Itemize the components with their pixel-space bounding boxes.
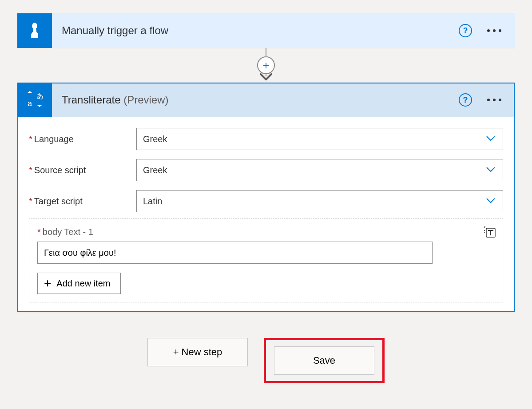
target-script-value: Latin <box>143 196 485 206</box>
trigger-icon-tile <box>17 13 52 48</box>
add-new-item-button[interactable]: + Add new item <box>37 273 121 294</box>
help-icon[interactable]: ? <box>459 93 472 107</box>
switch-to-text-mode-icon[interactable] <box>483 225 496 238</box>
svg-text:あ: あ <box>36 92 44 99</box>
field-source-script: *Source script Greek <box>29 159 503 181</box>
language-value: Greek <box>143 134 485 144</box>
svg-point-3 <box>32 23 37 27</box>
action-icon-tile: あ a <box>17 83 52 117</box>
trigger-header[interactable]: Manually trigger a flow ? <box>17 13 515 48</box>
help-icon[interactable]: ? <box>459 24 472 37</box>
action-title-suffix: (Preview) <box>123 94 168 106</box>
action-card: あ a Transliterate (Preview) ? *Language <box>17 83 515 312</box>
field-label-target-script: *Target script <box>29 196 136 206</box>
svg-rect-4 <box>33 29 36 35</box>
insert-step-button[interactable]: + <box>257 56 275 74</box>
action-title: Transliterate (Preview) <box>52 94 459 106</box>
body-text-label: *body Text - 1 <box>37 227 495 237</box>
target-script-select[interactable]: Latin <box>136 190 503 212</box>
connector: + <box>17 48 515 83</box>
more-menu-button[interactable] <box>486 27 502 35</box>
field-label-source-script: *Source script <box>29 165 136 175</box>
chevron-down-icon <box>485 163 496 177</box>
action-body: *Language Greek *Source script Greek <box>17 117 515 312</box>
chevron-down-icon <box>485 195 496 208</box>
action-header[interactable]: あ a Transliterate (Preview) ? <box>17 83 515 117</box>
field-label-language: *Language <box>29 134 136 144</box>
new-step-button[interactable]: + New step <box>147 338 248 366</box>
action-title-text: Transliterate <box>62 94 121 106</box>
footer-actions: + New step Save <box>0 338 532 383</box>
language-select[interactable]: Greek <box>136 128 503 150</box>
field-target-script: *Target script Latin <box>29 190 503 212</box>
translate-icon: あ a <box>26 90 44 110</box>
source-script-value: Greek <box>143 165 485 175</box>
field-language: *Language Greek <box>29 128 503 150</box>
source-script-select[interactable]: Greek <box>136 159 503 181</box>
save-button[interactable]: Save <box>274 346 374 375</box>
manual-trigger-icon <box>26 21 44 41</box>
body-text-array: *body Text - 1 + Add new item <box>29 218 503 302</box>
body-text-input[interactable] <box>37 242 433 264</box>
chevron-down-icon <box>485 132 496 146</box>
trigger-title: Manually trigger a flow <box>52 24 459 37</box>
save-highlight: Save <box>264 338 385 383</box>
svg-text:a: a <box>28 99 32 108</box>
add-new-item-label: Add new item <box>56 278 110 289</box>
more-menu-button[interactable] <box>486 96 502 104</box>
trigger-card[interactable]: Manually trigger a flow ? <box>17 13 515 48</box>
plus-icon: + <box>44 277 51 290</box>
